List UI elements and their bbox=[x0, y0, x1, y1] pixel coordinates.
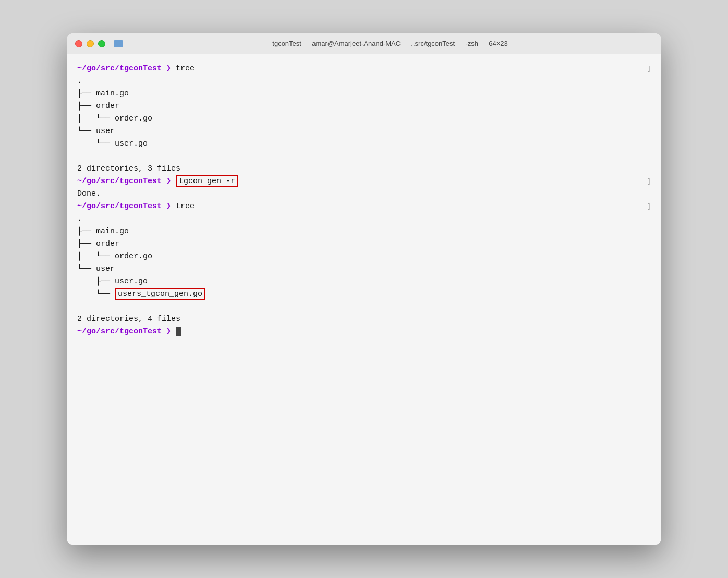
command-tgcon: tgcon gen -r bbox=[176, 175, 238, 187]
tree-gen-file: └── users_tgcon_gen.go bbox=[77, 288, 651, 300]
tree-output-1: . ├── main.go ├── order │ └── order.go └… bbox=[77, 75, 651, 175]
terminal-cursor bbox=[176, 327, 181, 336]
tree-user-go-1: └── user.go bbox=[77, 138, 651, 150]
tree-main-go-1: ├── main.go bbox=[77, 88, 651, 100]
tree-output-2: . ├── main.go ├── order │ └── order.go └… bbox=[77, 213, 651, 326]
window-title: tgconTest — amar@Amarjeet-Anand-MAC — ..… bbox=[127, 40, 653, 47]
terminal-window: tgconTest — amar@Amarjeet-Anand-MAC — ..… bbox=[67, 33, 661, 545]
tree-order-go-2: │ └── order.go bbox=[77, 250, 651, 263]
final-prompt-line: ~/go/src/tgconTest ❯ bbox=[77, 326, 651, 338]
final-prompt-arrow: ❯ bbox=[166, 327, 171, 336]
final-prompt-text: ~/go/src/tgconTest ❯ bbox=[77, 326, 181, 338]
scrollbar-2: ] bbox=[647, 177, 651, 187]
tree-summary-2: 2 directories, 4 files bbox=[77, 313, 651, 326]
tree-order-dir-1: ├── order bbox=[77, 100, 651, 113]
traffic-lights bbox=[75, 40, 105, 47]
final-prompt-path: ~/go/src/tgconTest bbox=[77, 327, 162, 336]
prompt-path-3: ~/go/src/tgconTest bbox=[77, 202, 162, 211]
prompt-arrow-3: ❯ bbox=[166, 202, 171, 211]
folder-icon bbox=[114, 40, 123, 47]
done-output: Done. bbox=[77, 188, 651, 200]
maximize-button[interactable] bbox=[98, 40, 105, 47]
prompt-line-2: ~/go/src/tgconTest ❯ tgcon gen -r ] bbox=[77, 175, 651, 188]
tree-spacer-1 bbox=[77, 150, 651, 163]
tree-user-go-2: ├── user.go bbox=[77, 275, 651, 288]
minimize-button[interactable] bbox=[87, 40, 94, 47]
titlebar: tgconTest — amar@Amarjeet-Anand-MAC — ..… bbox=[67, 33, 661, 54]
tree-user-dir-1: └── user bbox=[77, 125, 651, 138]
terminal-body[interactable]: ~/go/src/tgconTest ❯ tree ] . ├── main.g… bbox=[67, 54, 661, 545]
tree-root-1: . bbox=[77, 75, 651, 88]
command-tree-2: tree bbox=[176, 202, 195, 211]
prompt-text-3: ~/go/src/tgconTest ❯ tree bbox=[77, 200, 195, 213]
tree-order-go-1: │ └── order.go bbox=[77, 113, 651, 125]
command-tree-1: tree bbox=[176, 64, 195, 73]
prompt-line-1: ~/go/src/tgconTest ❯ tree ] bbox=[77, 63, 651, 75]
tree-order-dir-2: ├── order bbox=[77, 238, 651, 250]
close-button[interactable] bbox=[75, 40, 82, 47]
tree-spacer-2 bbox=[77, 300, 651, 313]
tree-summary-1: 2 directories, 3 files bbox=[77, 163, 651, 175]
scrollbar-1: ] bbox=[647, 64, 651, 74]
tree-root-2: . bbox=[77, 213, 651, 225]
prompt-path-1: ~/go/src/tgconTest bbox=[77, 64, 162, 73]
prompt-arrow-2: ❯ bbox=[166, 177, 171, 186]
tree-user-dir-2: └── user bbox=[77, 263, 651, 275]
prompt-path-2: ~/go/src/tgconTest bbox=[77, 177, 162, 186]
prompt-text-2: ~/go/src/tgconTest ❯ tgcon gen -r bbox=[77, 175, 238, 188]
prompt-line-3: ~/go/src/tgconTest ❯ tree ] bbox=[77, 200, 651, 213]
prompt-text-1: ~/go/src/tgconTest ❯ tree bbox=[77, 63, 195, 75]
tree-main-go-2: ├── main.go bbox=[77, 225, 651, 238]
generated-file-highlight: users_tgcon_gen.go bbox=[115, 288, 205, 300]
prompt-arrow-1: ❯ bbox=[166, 64, 171, 73]
scrollbar-3: ] bbox=[647, 202, 651, 212]
